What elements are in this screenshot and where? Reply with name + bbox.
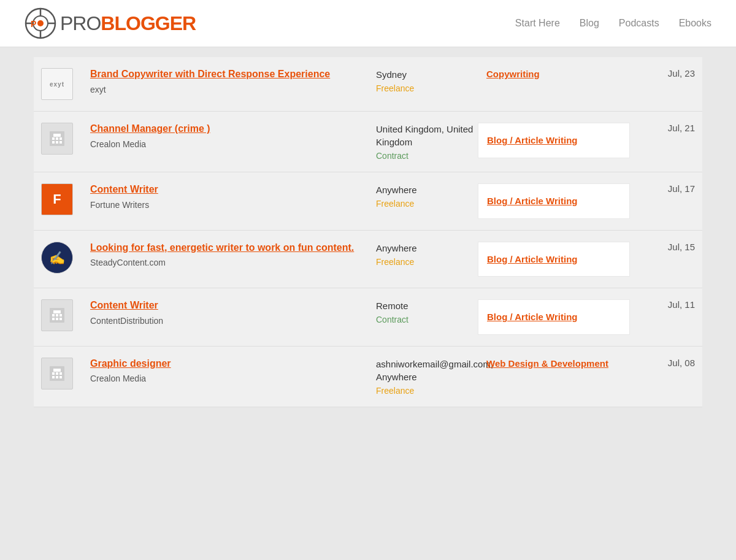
job-category[interactable]: Copywriting: [486, 68, 621, 80]
svg-text:✍: ✍: [49, 250, 66, 266]
job-row: exyt Brand Copywriter with Direct Respon…: [34, 57, 702, 112]
job-row: F Content Writer Fortune Writers Anywher…: [34, 172, 702, 231]
job-location: Anywhere: [376, 242, 486, 255]
job-location-block: Anywhere Freelance: [376, 242, 486, 267]
svg-rect-19: [52, 314, 55, 316]
job-company: ContentDistribution: [90, 316, 364, 326]
job-info: Channel Manager (crime ) Crealon Media: [90, 123, 376, 149]
job-title[interactable]: Brand Copywriter with Direct Response Ex…: [90, 68, 364, 81]
job-location-block: Remote Contract: [376, 299, 486, 324]
job-title[interactable]: Graphic designer: [90, 358, 364, 370]
job-type: Contract: [376, 315, 486, 324]
job-type: Freelance: [376, 386, 486, 396]
job-date: Jul, 23: [621, 68, 695, 79]
job-category[interactable]: Blog / Article Writing: [478, 123, 630, 158]
svg-text:P: P: [31, 19, 36, 29]
job-row: Graphic designer Crealon Media ashniwork…: [34, 347, 702, 407]
job-title[interactable]: Channel Manager (crime ): [90, 123, 364, 136]
job-date: Jul, 11: [621, 299, 695, 310]
svg-rect-12: [52, 141, 55, 144]
job-row: Content Writer ContentDistribution Remot…: [34, 288, 702, 347]
job-title[interactable]: Content Writer: [90, 299, 364, 312]
job-category[interactable]: Blog / Article Writing: [478, 183, 630, 219]
nav-ebooks[interactable]: Ebooks: [679, 18, 711, 29]
job-company: exyt: [90, 85, 364, 94]
job-info: Looking for fast, energetic writer to wo…: [90, 242, 376, 268]
job-type: Freelance: [376, 83, 486, 93]
job-location-block: Anywhere Freelance: [376, 183, 486, 209]
job-location: ashniworkemail@gmail.com, Anywhere: [376, 358, 486, 383]
main-content: exyt Brand Copywriter with Direct Respon…: [0, 57, 736, 407]
logo: P PROBLOGGER: [25, 7, 196, 39]
job-company: Fortune Writers: [90, 200, 364, 210]
job-row: Channel Manager (crime ) Crealon Media U…: [34, 112, 702, 172]
nav-start-here[interactable]: Start Here: [515, 18, 560, 29]
job-type: Freelance: [376, 257, 486, 267]
nav-blog[interactable]: Blog: [580, 18, 599, 29]
svg-rect-33: [53, 369, 61, 372]
svg-rect-23: [56, 318, 58, 320]
svg-rect-28: [56, 372, 58, 375]
job-type: Freelance: [376, 199, 486, 209]
svg-rect-20: [56, 314, 58, 316]
job-title[interactable]: Content Writer: [90, 183, 364, 196]
job-company: Crealon Media: [90, 374, 364, 383]
svg-rect-24: [59, 318, 62, 320]
svg-rect-9: [52, 137, 55, 140]
nav-podcasts[interactable]: Podcasts: [619, 18, 659, 29]
job-logo: exyt: [41, 68, 73, 100]
svg-rect-31: [56, 376, 58, 378]
logo-text: PROBLOGGER: [60, 12, 196, 35]
header: P PROBLOGGER Start Here Blog Podcasts Eb…: [0, 0, 736, 47]
job-category[interactable]: Blog / Article Writing: [478, 242, 630, 277]
job-company: SteadyContent.com: [90, 258, 364, 267]
svg-point-2: [37, 20, 44, 26]
job-list: exyt Brand Copywriter with Direct Respon…: [34, 57, 702, 407]
job-row: ✍ Looking for fast, energetic writer to …: [34, 231, 702, 289]
job-location-block: ashniworkemail@gmail.com, Anywhere Freel…: [376, 358, 486, 396]
svg-rect-32: [59, 376, 62, 378]
logo-icon: P: [25, 7, 56, 39]
job-info: Content Writer ContentDistribution: [90, 299, 376, 326]
job-date: Jul, 17: [621, 183, 695, 194]
job-date: Jul, 21: [621, 123, 695, 133]
job-info: Graphic designer Crealon Media: [90, 358, 376, 384]
svg-rect-15: [53, 134, 61, 137]
svg-rect-22: [52, 318, 55, 320]
svg-rect-25: [53, 310, 61, 313]
job-date: Jul, 08: [621, 358, 695, 368]
svg-rect-29: [59, 372, 62, 375]
job-logo: F: [41, 183, 73, 215]
svg-rect-27: [52, 372, 55, 375]
svg-rect-30: [52, 376, 55, 378]
svg-rect-10: [56, 137, 58, 140]
svg-rect-11: [59, 137, 62, 140]
job-logo: [41, 358, 73, 389]
svg-rect-13: [56, 141, 58, 144]
main-nav: Start Here Blog Podcasts Ebooks: [515, 18, 711, 29]
job-location: United Kingdom, United Kingdom: [376, 123, 486, 148]
svg-rect-14: [59, 141, 62, 144]
job-title[interactable]: Looking for fast, energetic writer to wo…: [90, 242, 364, 255]
job-category[interactable]: Blog / Article Writing: [478, 299, 630, 335]
svg-rect-21: [59, 314, 62, 316]
job-info: Brand Copywriter with Direct Response Ex…: [90, 68, 376, 94]
job-location: Anywhere: [376, 183, 486, 196]
job-location: Remote: [376, 299, 486, 312]
job-logo: [41, 299, 73, 331]
job-logo: [41, 123, 73, 155]
job-date: Jul, 15: [621, 242, 695, 252]
job-category[interactable]: Web Design & Development: [486, 358, 621, 370]
job-location: Sydney: [376, 68, 486, 81]
job-info: Content Writer Fortune Writers: [90, 183, 376, 210]
job-type: Contract: [376, 151, 486, 161]
job-location-block: Sydney Freelance: [376, 68, 486, 93]
job-logo: ✍: [41, 242, 73, 274]
job-location-block: United Kingdom, United Kingdom Contract: [376, 123, 486, 161]
job-company: Crealon Media: [90, 139, 364, 149]
